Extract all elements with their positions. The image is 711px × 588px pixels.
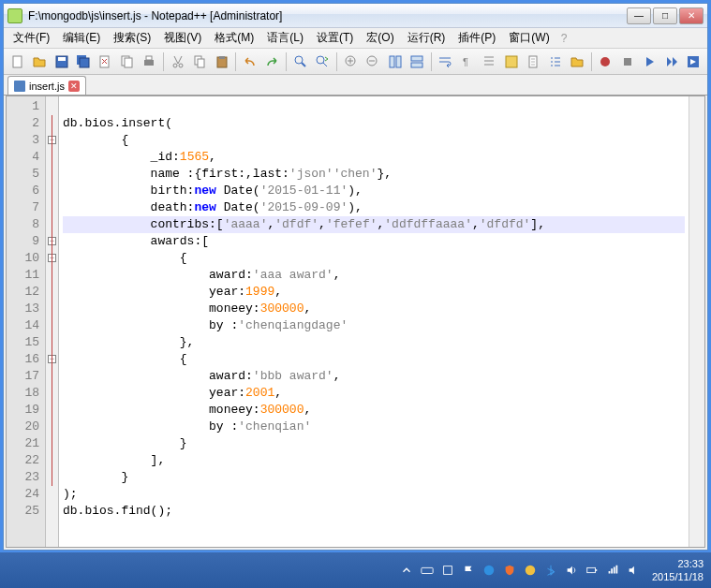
show-all-chars-icon[interactable]: ¶: [457, 51, 477, 72]
fold-margin[interactable]: −−−−: [46, 96, 59, 547]
undo-icon[interactable]: [240, 51, 259, 72]
tray-network-icon[interactable]: [605, 563, 620, 578]
folder-panel-icon[interactable]: [567, 51, 586, 72]
menubar: 文件(F) 编辑(E) 搜索(S) 视图(V) 格式(M) 语言(L) 设置(T…: [4, 28, 707, 49]
tray-power-icon[interactable]: [585, 563, 600, 578]
paste-icon[interactable]: [212, 51, 231, 72]
tabbar: insert.js ✕: [4, 75, 707, 96]
svg-rect-22: [411, 56, 422, 61]
svg-point-33: [526, 566, 536, 576]
menu-format[interactable]: 格式(M): [209, 28, 259, 48]
cut-icon[interactable]: [168, 51, 187, 72]
new-file-icon[interactable]: [7, 51, 27, 72]
stop-macro-icon[interactable]: [617, 51, 637, 72]
editor[interactable]: 1234567891011121314151617181920212223242…: [6, 96, 705, 548]
menu-search[interactable]: 搜索(S): [108, 28, 156, 48]
toolbar-separator: [431, 52, 432, 71]
tray-warn-icon[interactable]: [523, 563, 538, 578]
close-file-icon[interactable]: [96, 51, 115, 72]
maximize-button[interactable]: □: [653, 7, 677, 24]
svg-point-10: [173, 64, 177, 67]
svg-rect-31: [444, 566, 452, 575]
close-all-icon[interactable]: [117, 51, 137, 72]
code-area[interactable]: db.bios.insert( { _id:1565, name :{first…: [59, 96, 689, 547]
menu-plugins[interactable]: 插件(P): [452, 28, 501, 48]
tray-bluetooth-icon[interactable]: [543, 563, 558, 578]
line-gutter: 1234567891011121314151617181920212223242…: [7, 96, 46, 547]
save-macro-icon[interactable]: [684, 51, 704, 72]
minimize-button[interactable]: —: [627, 7, 651, 24]
tray-up-icon[interactable]: [399, 563, 414, 578]
tray-shield-icon[interactable]: [502, 563, 517, 578]
svg-rect-25: [506, 56, 517, 67]
menu-file[interactable]: 文件(F): [7, 28, 55, 48]
tray-app1-icon[interactable]: [481, 563, 496, 578]
svg-rect-35: [595, 569, 597, 571]
app-icon: [7, 8, 22, 23]
file-tab-icon: [14, 81, 25, 92]
find-icon[interactable]: [290, 51, 310, 72]
open-file-icon[interactable]: [29, 51, 49, 72]
sync-v-icon[interactable]: [385, 51, 405, 72]
svg-rect-13: [198, 59, 204, 67]
menu-settings[interactable]: 设置(T): [311, 28, 359, 48]
replace-icon[interactable]: [313, 51, 333, 72]
sync-h-icon[interactable]: [407, 51, 426, 72]
vertical-scrollbar[interactable]: [689, 96, 704, 547]
svg-rect-34: [587, 567, 596, 572]
play-macro-icon[interactable]: [640, 51, 659, 72]
menu-help[interactable]: ?: [561, 32, 568, 45]
svg-rect-21: [396, 56, 401, 67]
menu-macro[interactable]: 宏(O): [361, 28, 399, 48]
toolbar: ¶: [4, 49, 707, 75]
save-all-icon[interactable]: [73, 51, 93, 72]
zoom-out-icon[interactable]: [363, 51, 382, 72]
svg-rect-4: [80, 58, 89, 67]
redo-icon[interactable]: [262, 51, 282, 72]
svg-point-32: [484, 566, 495, 576]
zoom-in-icon[interactable]: [341, 51, 361, 72]
menu-edit[interactable]: 编辑(E): [57, 28, 106, 48]
func-list-icon[interactable]: [545, 51, 565, 72]
window-controls: — □ ✕: [627, 7, 704, 24]
clock-time: 23:33: [652, 557, 704, 570]
svg-rect-23: [411, 63, 422, 67]
menu-language[interactable]: 语言(L): [261, 28, 309, 48]
svg-rect-20: [390, 56, 394, 67]
svg-point-27: [600, 57, 610, 66]
menu-run[interactable]: 运行(R): [402, 28, 452, 48]
app-window: F:\mongodb\js\insert.js - Notepad++ [Adm…: [3, 3, 708, 551]
taskbar[interactable]: 23:33 2015/11/18: [0, 552, 711, 588]
tray-action-icon[interactable]: [440, 563, 455, 578]
menu-window[interactable]: 窗口(W): [503, 28, 555, 48]
menu-view[interactable]: 视图(V): [158, 28, 207, 48]
playback-multi-icon[interactable]: [661, 51, 681, 72]
copy-icon[interactable]: [189, 51, 209, 72]
tray-flag-icon[interactable]: [461, 563, 476, 578]
svg-point-17: [317, 56, 324, 64]
file-tab-label: insert.js: [29, 81, 65, 92]
tray-volume-icon[interactable]: [564, 563, 579, 578]
close-button[interactable]: ✕: [679, 7, 704, 24]
file-tab[interactable]: insert.js ✕: [7, 76, 86, 95]
window-title: F:\mongodb\js\insert.js - Notepad++ [Adm…: [28, 9, 627, 22]
record-macro-icon[interactable]: [596, 51, 615, 72]
tab-close-icon[interactable]: ✕: [68, 81, 80, 92]
tray-sound-icon[interactable]: [626, 563, 641, 578]
titlebar[interactable]: F:\mongodb\js\insert.js - Notepad++ [Adm…: [4, 4, 707, 28]
save-icon[interactable]: [52, 51, 71, 72]
print-icon[interactable]: [140, 51, 159, 72]
taskbar-clock[interactable]: 23:33 2015/11/18: [652, 557, 704, 583]
toolbar-separator: [336, 52, 337, 71]
svg-point-11: [179, 64, 183, 67]
indent-guide-icon[interactable]: [480, 51, 499, 72]
wordwrap-icon[interactable]: [436, 51, 455, 72]
toolbar-separator: [163, 52, 164, 71]
user-lang-icon[interactable]: [501, 51, 521, 72]
svg-rect-0: [13, 56, 22, 67]
svg-point-16: [295, 56, 303, 64]
tray-keyboard-icon[interactable]: [420, 563, 435, 578]
clock-date: 2015/11/18: [652, 570, 704, 583]
doc-map-icon[interactable]: [523, 51, 542, 72]
toolbar-separator: [591, 52, 592, 71]
